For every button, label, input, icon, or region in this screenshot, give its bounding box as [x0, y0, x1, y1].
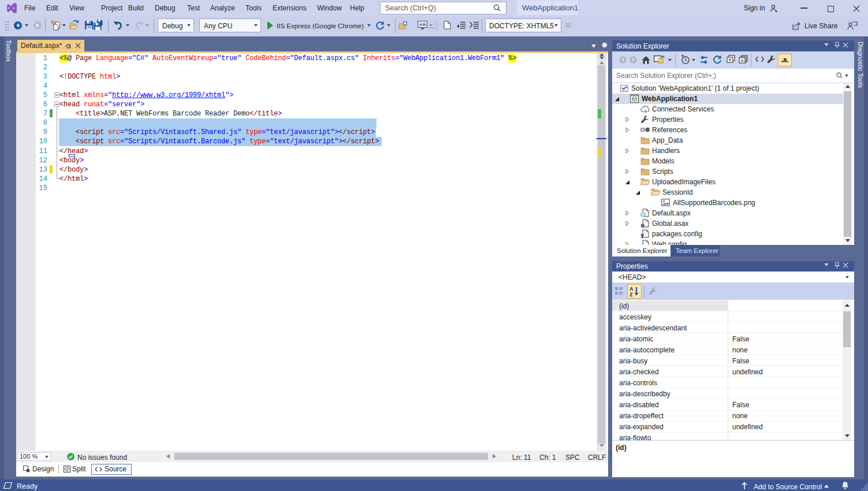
svg-text:Z: Z	[629, 292, 633, 297]
svg-text:A: A	[629, 286, 634, 292]
